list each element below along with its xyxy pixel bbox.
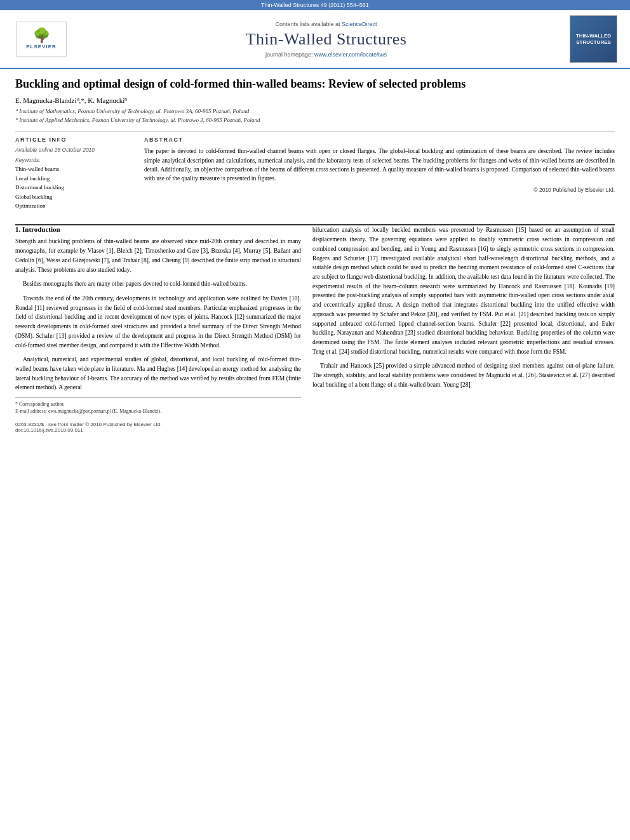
elsevier-tree-icon: 🌳 [33,29,50,43]
keyword-1: Thin-walled beams [15,164,133,173]
section1-body: Strength and buckling problems of thin-w… [15,237,301,392]
article-info-heading: ARTICLE INFO [15,137,133,143]
journal-homepage: journal homepage: www.elsevier.com/locat… [83,51,570,58]
issn-line: 0263-8231/$ - see front matter © 2010 Pu… [15,422,615,427]
paper-title: Buckling and optimal design of cold-form… [15,77,615,91]
keywords-label: Keywords: [15,157,133,163]
footnote-area: * Corresponding author. E-mail address: … [15,397,301,415]
keyword-5: Optimization [15,201,133,210]
elsevier-logo-box: 🌳 ELSEVIER [16,22,67,57]
doi-line: doi:10.1016/j.tws.2010.09.011 [15,427,615,433]
section1-para1: Strength and buckling problems of thin-w… [15,237,301,274]
email-label: E-mail address: [15,408,47,414]
authors-line: E. Magnucka-Blandziᵃ,*, K. Magnuckiᵇ [15,97,615,105]
homepage-link[interactable]: www.elsevier.com/locate/tws [314,51,387,58]
elsevier-logo: 🌳 ELSEVIER [13,22,70,57]
article-info-section: ARTICLE INFO Available online 28 October… [15,137,133,210]
email-note: E-mail address: ewa.magnucka@put.poznan.… [15,408,301,415]
keywords-section: Keywords: Thin-walled beams Local buckli… [15,157,133,210]
author-names: E. Magnucka-Blandziᵃ,*, K. Magnuckiᵇ [15,97,128,104]
bottom-bar: 0263-8231/$ - see front matter © 2010 Pu… [0,419,630,436]
copyright-notice: © 2010 Published by Elsevier Ltd. [144,187,615,193]
thumb-title-text: THIN-WALLED STRUCTURES [573,33,614,45]
affiliation-a: ᵃ Institute of Mathematics, Poznan Unive… [15,107,615,116]
journal-reference-bar: Thin-Walled Structures 49 (2011) 554–561 [0,0,630,10]
journal-thumbnail: THIN-WALLED STRUCTURES [570,15,617,63]
section1-para4: Analytical, numerical, and experimental … [15,355,301,392]
main-body-content: 1. Introduction Strength and buckling pr… [0,225,630,415]
section1-para3: Towards the end of the 20th century, dev… [15,294,301,350]
section1-title: 1. Introduction [15,225,301,233]
sciencedirect-link[interactable]: ScienceDirect [342,21,377,27]
journal-header: 🌳 ELSEVIER Contents lists available at S… [0,10,630,69]
abstract-text: The paper is devoted to cold-formed thin… [144,147,615,183]
journal-title: Thin-Walled Structures [83,30,570,49]
left-column: 1. Introduction Strength and buckling pr… [15,225,301,415]
elsevier-name: ELSEVIER [26,44,57,50]
abstract-section: ABSTRACT The paper is devoted to cold-fo… [144,137,615,210]
sciencedirect-label: Contents lists available at ScienceDirec… [83,21,570,27]
keyword-3: Distortional buckling [15,183,133,192]
header-divider [15,131,615,131]
email-address: ewa.magnucka@put.poznan.pl (E. Magnucka-… [48,408,161,414]
corresponding-author-note: * Corresponding author. [15,401,301,408]
available-online: Available online 28 October 2010 [15,147,133,153]
affiliations: ᵃ Institute of Mathematics, Poznan Unive… [15,107,615,124]
keyword-2: Local buckling [15,174,133,183]
abstract-heading: ABSTRACT [144,137,615,143]
article-info-abstract-row: ARTICLE INFO Available online 28 October… [15,137,615,210]
affiliation-b: ᵇ Institute of Applied Mechanics, Poznan… [15,116,615,125]
section1-right-body: bifurcation analysis of locally buckled … [312,225,615,389]
section1-para2: Besides monographs there are many other … [15,279,301,289]
journal-reference-text: Thin-Walled Structures 49 (2011) 554–561 [261,2,369,8]
paper-header-area: Buckling and optimal design of cold-form… [0,69,630,224]
right-column: bifurcation analysis of locally buckled … [312,225,615,415]
journal-center: Contents lists available at ScienceDirec… [83,21,570,58]
right-para2: Trahair and Hancock [25] provided a simp… [312,361,615,389]
keyword-4: Global buckling [15,192,133,201]
right-para1: bifurcation analysis of locally buckled … [312,225,615,356]
